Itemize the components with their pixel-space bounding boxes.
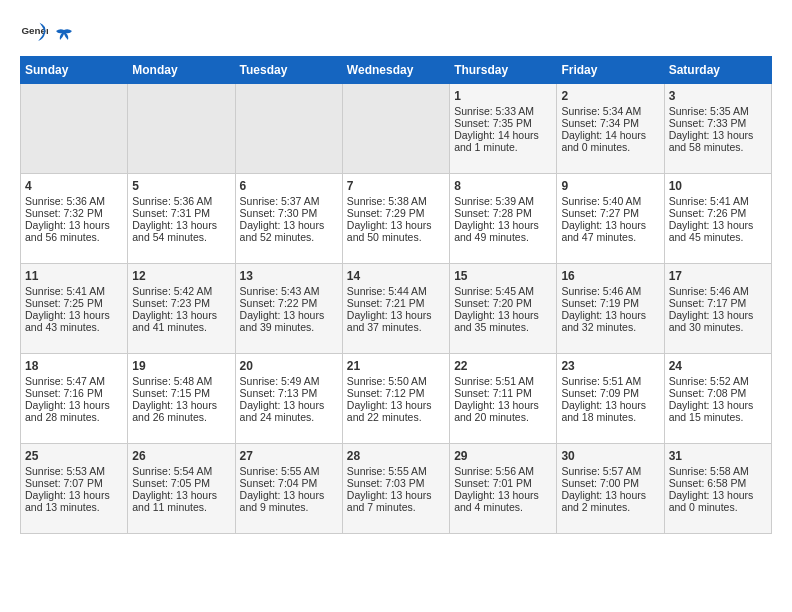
day-info: and 37 minutes. (347, 321, 445, 333)
day-info: and 1 minute. (454, 141, 552, 153)
day-info: and 45 minutes. (669, 231, 767, 243)
day-info: Sunrise: 5:56 AM (454, 465, 552, 477)
calendar-cell: 31Sunrise: 5:58 AMSunset: 6:58 PMDayligh… (664, 444, 771, 534)
day-info: Sunrise: 5:33 AM (454, 105, 552, 117)
day-info: and 56 minutes. (25, 231, 123, 243)
calendar-cell (21, 84, 128, 174)
day-info: and 32 minutes. (561, 321, 659, 333)
day-number: 25 (25, 449, 123, 463)
day-info: Sunset: 7:12 PM (347, 387, 445, 399)
day-number: 15 (454, 269, 552, 283)
calendar-cell: 23Sunrise: 5:51 AMSunset: 7:09 PMDayligh… (557, 354, 664, 444)
day-info: and 13 minutes. (25, 501, 123, 513)
day-info: Daylight: 13 hours (347, 309, 445, 321)
calendar-cell: 8Sunrise: 5:39 AMSunset: 7:28 PMDaylight… (450, 174, 557, 264)
day-info: Sunrise: 5:55 AM (347, 465, 445, 477)
calendar-body: 1Sunrise: 5:33 AMSunset: 7:35 PMDaylight… (21, 84, 772, 534)
day-info: and 50 minutes. (347, 231, 445, 243)
day-number: 27 (240, 449, 338, 463)
calendar-cell (128, 84, 235, 174)
day-number: 7 (347, 179, 445, 193)
day-info: Daylight: 13 hours (669, 399, 767, 411)
day-info: and 30 minutes. (669, 321, 767, 333)
day-info: Daylight: 13 hours (25, 309, 123, 321)
day-info: and 18 minutes. (561, 411, 659, 423)
day-info: Sunrise: 5:34 AM (561, 105, 659, 117)
calendar-cell: 11Sunrise: 5:41 AMSunset: 7:25 PMDayligh… (21, 264, 128, 354)
calendar-cell: 1Sunrise: 5:33 AMSunset: 7:35 PMDaylight… (450, 84, 557, 174)
calendar-cell: 21Sunrise: 5:50 AMSunset: 7:12 PMDayligh… (342, 354, 449, 444)
day-info: and 0 minutes. (561, 141, 659, 153)
day-info: Daylight: 13 hours (347, 219, 445, 231)
day-info: Sunrise: 5:54 AM (132, 465, 230, 477)
day-info: Sunrise: 5:37 AM (240, 195, 338, 207)
day-number: 13 (240, 269, 338, 283)
day-info: Sunrise: 5:41 AM (669, 195, 767, 207)
day-info: and 54 minutes. (132, 231, 230, 243)
day-info: Sunset: 7:05 PM (132, 477, 230, 489)
day-info: and 22 minutes. (347, 411, 445, 423)
day-number: 6 (240, 179, 338, 193)
day-info: Sunrise: 5:58 AM (669, 465, 767, 477)
calendar-cell (342, 84, 449, 174)
day-info: Sunrise: 5:40 AM (561, 195, 659, 207)
day-info: Sunset: 7:00 PM (561, 477, 659, 489)
day-number: 10 (669, 179, 767, 193)
day-info: Sunrise: 5:46 AM (669, 285, 767, 297)
calendar-cell: 10Sunrise: 5:41 AMSunset: 7:26 PMDayligh… (664, 174, 771, 264)
calendar-week-2: 4Sunrise: 5:36 AMSunset: 7:32 PMDaylight… (21, 174, 772, 264)
logo-icon: General (20, 20, 48, 48)
calendar-cell: 3Sunrise: 5:35 AMSunset: 7:33 PMDaylight… (664, 84, 771, 174)
day-info: Daylight: 13 hours (347, 399, 445, 411)
calendar-cell: 15Sunrise: 5:45 AMSunset: 7:20 PMDayligh… (450, 264, 557, 354)
day-info: and 35 minutes. (454, 321, 552, 333)
day-info: Sunset: 7:13 PM (240, 387, 338, 399)
day-info: Sunrise: 5:46 AM (561, 285, 659, 297)
day-info: Daylight: 13 hours (561, 399, 659, 411)
day-info: Sunset: 7:28 PM (454, 207, 552, 219)
calendar-cell: 13Sunrise: 5:43 AMSunset: 7:22 PMDayligh… (235, 264, 342, 354)
day-number: 16 (561, 269, 659, 283)
day-info: Sunrise: 5:44 AM (347, 285, 445, 297)
day-info: and 24 minutes. (240, 411, 338, 423)
day-number: 5 (132, 179, 230, 193)
day-info: Sunset: 7:32 PM (25, 207, 123, 219)
day-info: Sunset: 7:09 PM (561, 387, 659, 399)
day-info: Sunrise: 5:55 AM (240, 465, 338, 477)
day-info: Sunset: 7:23 PM (132, 297, 230, 309)
header-thursday: Thursday (450, 57, 557, 84)
day-info: Sunset: 7:17 PM (669, 297, 767, 309)
day-info: Sunset: 7:07 PM (25, 477, 123, 489)
day-info: Daylight: 13 hours (132, 219, 230, 231)
day-info: and 43 minutes. (25, 321, 123, 333)
day-info: and 28 minutes. (25, 411, 123, 423)
day-info: Sunrise: 5:49 AM (240, 375, 338, 387)
day-info: and 47 minutes. (561, 231, 659, 243)
day-number: 31 (669, 449, 767, 463)
day-info: Daylight: 13 hours (669, 489, 767, 501)
day-info: Sunset: 7:22 PM (240, 297, 338, 309)
day-info: Daylight: 13 hours (240, 399, 338, 411)
calendar-cell: 4Sunrise: 5:36 AMSunset: 7:32 PMDaylight… (21, 174, 128, 264)
day-info: Sunrise: 5:36 AM (132, 195, 230, 207)
calendar-cell: 26Sunrise: 5:54 AMSunset: 7:05 PMDayligh… (128, 444, 235, 534)
day-info: Sunset: 7:16 PM (25, 387, 123, 399)
calendar-week-5: 25Sunrise: 5:53 AMSunset: 7:07 PMDayligh… (21, 444, 772, 534)
day-info: Sunset: 7:30 PM (240, 207, 338, 219)
day-number: 21 (347, 359, 445, 373)
day-info: Sunrise: 5:45 AM (454, 285, 552, 297)
day-info: Daylight: 13 hours (25, 219, 123, 231)
calendar-cell: 25Sunrise: 5:53 AMSunset: 7:07 PMDayligh… (21, 444, 128, 534)
calendar-header-row: SundayMondayTuesdayWednesdayThursdayFrid… (21, 57, 772, 84)
day-info: Sunrise: 5:35 AM (669, 105, 767, 117)
day-info: Daylight: 13 hours (669, 129, 767, 141)
calendar-cell: 9Sunrise: 5:40 AMSunset: 7:27 PMDaylight… (557, 174, 664, 264)
calendar-cell: 20Sunrise: 5:49 AMSunset: 7:13 PMDayligh… (235, 354, 342, 444)
calendar-cell: 30Sunrise: 5:57 AMSunset: 7:00 PMDayligh… (557, 444, 664, 534)
day-number: 14 (347, 269, 445, 283)
calendar-cell: 18Sunrise: 5:47 AMSunset: 7:16 PMDayligh… (21, 354, 128, 444)
day-info: Daylight: 13 hours (454, 489, 552, 501)
calendar-week-1: 1Sunrise: 5:33 AMSunset: 7:35 PMDaylight… (21, 84, 772, 174)
calendar-cell: 22Sunrise: 5:51 AMSunset: 7:11 PMDayligh… (450, 354, 557, 444)
day-info: Sunrise: 5:42 AM (132, 285, 230, 297)
